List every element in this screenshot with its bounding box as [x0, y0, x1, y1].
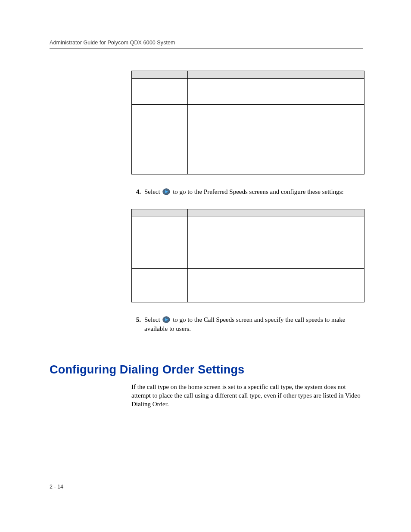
right-arrow-icon: [162, 316, 170, 323]
table-row: [132, 269, 364, 302]
step-number: 4.: [131, 187, 144, 196]
cell-setting: [132, 79, 188, 105]
table-row: [132, 217, 364, 269]
step-tail: to go to the Call Speeds screen and spec…: [144, 316, 345, 332]
col-description: [188, 209, 364, 217]
step-4: 4. Select to go to the Preferred Speeds …: [131, 187, 363, 196]
col-setting: [132, 71, 188, 79]
step-lead: Select: [144, 316, 160, 323]
section-heading: Configuring Dialing Order Settings: [50, 363, 363, 376]
table-header-row: [132, 71, 364, 79]
right-arrow-icon: [162, 188, 170, 195]
header-rule: [50, 48, 363, 49]
table-row: [132, 105, 364, 174]
cell-description: [188, 217, 364, 269]
col-setting: [132, 209, 188, 217]
running-header: Administrator Guide for Polycom QDX 6000…: [50, 40, 363, 46]
step-number: 5.: [131, 315, 144, 324]
section-paragraph: If the call type on the home screen is s…: [131, 383, 363, 409]
settings-table-2: [131, 209, 364, 302]
table-row: [132, 79, 364, 105]
table-header-row: [132, 209, 364, 217]
cell-setting: [132, 105, 188, 174]
cell-description: [188, 105, 364, 174]
cell-description: [188, 79, 364, 105]
step-5: 5. Select to go to the Call Speeds scree…: [131, 315, 363, 333]
cell-setting: [132, 269, 188, 302]
step-tail: to go to the Preferred Speeds screens an…: [173, 188, 344, 195]
step-lead: Select: [144, 188, 160, 195]
cell-setting: [132, 217, 188, 269]
settings-table-1: [131, 71, 364, 174]
col-description: [188, 71, 364, 79]
page-number: 2 - 14: [50, 484, 63, 490]
cell-description: [188, 269, 364, 302]
